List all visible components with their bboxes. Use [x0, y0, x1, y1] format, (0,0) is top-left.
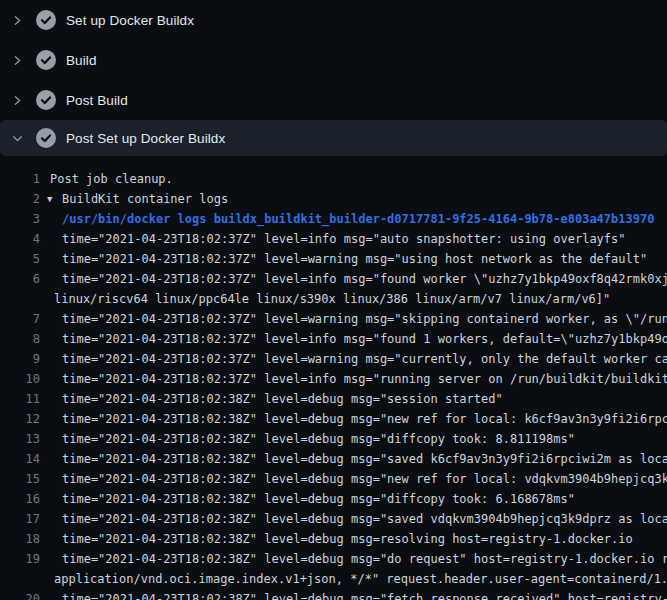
step-set-up-docker-buildx[interactable]: Set up Docker Buildx — [0, 0, 667, 40]
log-line: 20 time="2021-04-23T18:02:38Z" level=deb… — [0, 589, 667, 600]
check-circle-icon — [36, 90, 56, 110]
line-number[interactable]: 13 — [0, 429, 40, 449]
log-line: 18 time="2021-04-23T18:02:38Z" level=deb… — [0, 529, 667, 549]
log-line: 4 time="2021-04-23T18:02:37Z" level=info… — [0, 229, 667, 249]
log-line-wrap: application/vnd.oci.image.index.v1+json,… — [0, 569, 667, 589]
log-output: 1 Post job cleanup. 2 ▼ BuildKit contain… — [0, 156, 667, 600]
line-number[interactable]: 18 — [0, 529, 40, 549]
chevron-right-icon — [11, 14, 24, 27]
step-title: Post Set up Docker Buildx — [66, 131, 225, 146]
log-text: time="2021-04-23T18:02:37Z" level=warnin… — [62, 249, 647, 269]
line-number[interactable]: 9 — [0, 349, 40, 369]
log-line: 14 time="2021-04-23T18:02:38Z" level=deb… — [0, 449, 667, 469]
chevron-right-icon — [11, 54, 24, 67]
log-text: time="2021-04-23T18:02:38Z" level=debug … — [62, 529, 633, 549]
line-number[interactable]: 17 — [0, 509, 40, 529]
step-build[interactable]: Build — [0, 40, 667, 80]
log-text: time="2021-04-23T18:02:38Z" level=debug … — [62, 409, 667, 429]
check-circle-icon — [36, 10, 56, 30]
log-text: time="2021-04-23T18:02:37Z" level=warnin… — [62, 349, 667, 369]
log-line: 10 time="2021-04-23T18:02:37Z" level=inf… — [0, 369, 667, 389]
group-collapse-toggle-icon[interactable]: ▼ — [47, 189, 62, 209]
log-line: 16 time="2021-04-23T18:02:38Z" level=deb… — [0, 489, 667, 509]
line-number[interactable]: 4 — [0, 229, 40, 249]
log-line: 13 time="2021-04-23T18:02:38Z" level=deb… — [0, 429, 667, 449]
log-line: 11 time="2021-04-23T18:02:38Z" level=deb… — [0, 389, 667, 409]
line-number[interactable]: 20 — [0, 589, 40, 600]
log-line: 8 time="2021-04-23T18:02:37Z" level=info… — [0, 329, 667, 349]
log-text: time="2021-04-23T18:02:37Z" level=info m… — [62, 269, 667, 289]
log-line: 7 time="2021-04-23T18:02:37Z" level=warn… — [0, 309, 667, 329]
line-number[interactable]: 14 — [0, 449, 40, 469]
log-line: 19 time="2021-04-23T18:02:38Z" level=deb… — [0, 549, 667, 569]
log-text: time="2021-04-23T18:02:37Z" level=info m… — [62, 329, 667, 349]
line-number[interactable]: 8 — [0, 329, 40, 349]
log-line: 12 time="2021-04-23T18:02:38Z" level=deb… — [0, 409, 667, 429]
log-line: 9 time="2021-04-23T18:02:37Z" level=warn… — [0, 349, 667, 369]
line-number[interactable]: 12 — [0, 409, 40, 429]
log-line: 17 time="2021-04-23T18:02:38Z" level=deb… — [0, 509, 667, 529]
step-title: Post Build — [66, 93, 128, 108]
log-text: time="2021-04-23T18:02:38Z" level=debug … — [62, 549, 667, 569]
log-line: 15 time="2021-04-23T18:02:38Z" level=deb… — [0, 469, 667, 489]
log-group-header: 2 ▼ BuildKit container logs — [0, 189, 667, 209]
log-text: Post job cleanup. — [50, 169, 173, 189]
chevron-down-icon — [11, 132, 24, 145]
log-line: 1 Post job cleanup. — [0, 169, 667, 189]
line-number[interactable]: 3 — [0, 209, 40, 229]
log-line-wrap: linux/riscv64 linux/ppc64le linux/s390x … — [0, 289, 667, 309]
log-text: time="2021-04-23T18:02:38Z" level=debug … — [62, 489, 575, 509]
line-number[interactable]: 1 — [0, 169, 40, 189]
log-text: time="2021-04-23T18:02:38Z" level=debug … — [62, 389, 503, 409]
step-post-build[interactable]: Post Build — [0, 80, 667, 120]
line-number[interactable]: 10 — [0, 369, 40, 389]
line-number[interactable]: 6 — [0, 269, 40, 289]
line-number[interactable]: 5 — [0, 249, 40, 269]
log-text: time="2021-04-23T18:02:38Z" level=debug … — [62, 509, 667, 529]
line-number[interactable]: 11 — [0, 389, 40, 409]
actions-log-viewer: Set up Docker Buildx Build Post Build Po… — [0, 0, 667, 600]
log-text: linux/riscv64 linux/ppc64le linux/s390x … — [54, 289, 610, 309]
log-text: time="2021-04-23T18:02:38Z" level=debug … — [62, 589, 667, 600]
log-command-line: 3 /usr/bin/docker logs buildx_buildkit_b… — [0, 209, 667, 229]
step-title: Build — [66, 53, 97, 68]
log-text: time="2021-04-23T18:02:38Z" level=debug … — [62, 429, 575, 449]
line-number[interactable]: 7 — [0, 309, 40, 329]
log-group-label: BuildKit container logs — [62, 189, 228, 209]
line-number — [0, 289, 40, 309]
line-number — [0, 569, 40, 589]
step-post-set-up-docker-buildx[interactable]: Post Set up Docker Buildx — [0, 120, 667, 156]
line-number[interactable]: 2 — [0, 189, 40, 209]
log-text: time="2021-04-23T18:02:38Z" level=debug … — [62, 469, 667, 489]
log-line: 6 time="2021-04-23T18:02:37Z" level=info… — [0, 269, 667, 289]
log-line: 5 time="2021-04-23T18:02:37Z" level=warn… — [0, 249, 667, 269]
log-text: time="2021-04-23T18:02:37Z" level=info m… — [62, 369, 667, 389]
log-command-text: /usr/bin/docker logs buildx_buildkit_bui… — [62, 209, 654, 229]
line-number[interactable]: 15 — [0, 469, 40, 489]
line-number[interactable]: 19 — [0, 549, 40, 569]
step-title: Set up Docker Buildx — [66, 13, 194, 28]
line-number[interactable]: 16 — [0, 489, 40, 509]
check-circle-icon — [36, 128, 56, 148]
log-text: time="2021-04-23T18:02:37Z" level=warnin… — [62, 309, 667, 329]
log-text: time="2021-04-23T18:02:37Z" level=info m… — [62, 229, 626, 249]
log-text: application/vnd.oci.image.index.v1+json,… — [54, 569, 667, 589]
check-circle-icon — [36, 50, 56, 70]
chevron-right-icon — [11, 94, 24, 107]
log-text: time="2021-04-23T18:02:38Z" level=debug … — [62, 449, 667, 469]
